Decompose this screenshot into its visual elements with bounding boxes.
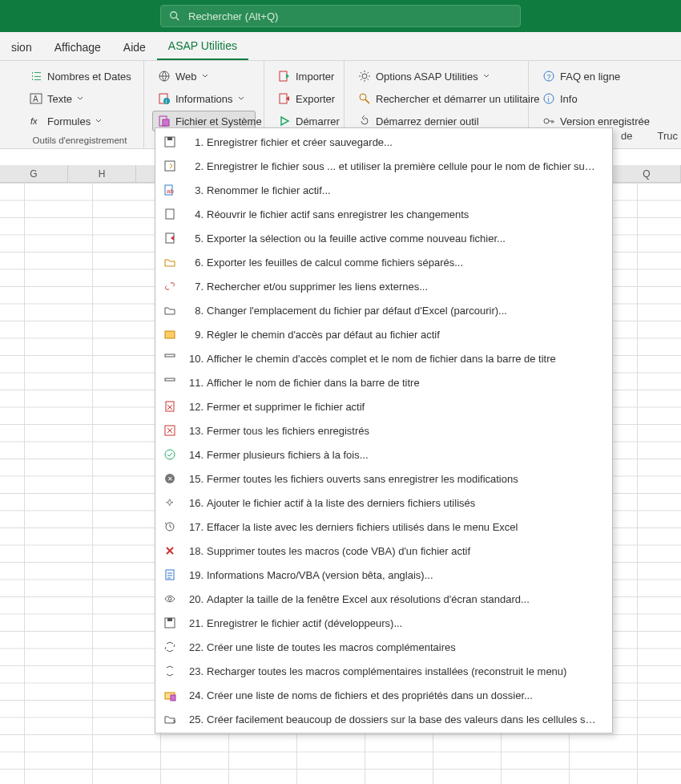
export-file-icon: [162, 230, 178, 246]
truncated-label: de: [621, 130, 632, 142]
svg-rect-31: [166, 402, 174, 411]
key-icon: [542, 115, 555, 127]
svg-rect-40: [167, 618, 172, 621]
search-input[interactable]: Rechercher (Alt+Q): [160, 5, 521, 27]
recycle-icon: [162, 639, 178, 655]
stop-icon: ✕: [162, 471, 178, 487]
ribbon-group-outils: Nombres et Dates A Texte fx Formules Out…: [0, 61, 144, 148]
chevron-down-icon: [77, 95, 83, 102]
redo-icon: [358, 115, 371, 127]
faq-button[interactable]: ? FAQ en ligne: [537, 66, 649, 87]
menu-item-list-addins[interactable]: 22. Créer une liste de toutes les macros…: [155, 635, 612, 659]
svg-point-33: [165, 450, 175, 459]
svg-point-0: [171, 12, 177, 18]
svg-point-38: [168, 597, 171, 600]
close-icon: [162, 422, 178, 438]
info-sheet-icon: i: [158, 92, 171, 105]
svg-point-20: [544, 119, 549, 123]
formules-button[interactable]: fx Formules: [24, 111, 135, 131]
tab-affichage[interactable]: Affichage: [43, 34, 112, 60]
menu-item-remove-macros[interactable]: 18. Supprimer toutes les macros (code VB…: [155, 539, 612, 563]
menu-item-macro-info[interactable]: 19. Informations Macro/VBA (version bêta…: [155, 563, 612, 587]
svg-text:fx: fx: [30, 116, 38, 126]
svg-rect-28: [165, 331, 175, 338]
chevron-down-icon: [238, 95, 244, 102]
delete-file-icon: [162, 398, 178, 414]
tab-revision[interactable]: sion: [0, 34, 43, 60]
svg-text:ab: ab: [167, 188, 174, 195]
nombres-dates-button[interactable]: Nombres et Dates: [24, 66, 135, 87]
menu-item-add-recent[interactable]: 16. Ajouter le fichier actif à la liste …: [155, 491, 612, 515]
svg-text:✕: ✕: [167, 475, 173, 483]
svg-text:A: A: [33, 95, 38, 103]
folder-open-icon: [162, 302, 178, 318]
menu-item-create-folders[interactable]: 25. Créer facilement beaucoup de dossier…: [155, 707, 612, 731]
svg-rect-12: [280, 94, 287, 103]
save-dev-icon: [162, 615, 178, 631]
menu-item-export-selection[interactable]: 5. Exporter la sélection ou la feuille a…: [155, 226, 612, 250]
menu-item-close-delete[interactable]: 12. Fermer et supprimer le fichier actif: [155, 394, 612, 418]
col-header[interactable]: H: [68, 165, 136, 183]
fichier-systeme-menu: 1. Enregistrer fichier et créer sauvegar…: [155, 127, 613, 733]
col-header[interactable]: G: [0, 165, 68, 183]
fx-icon: fx: [30, 115, 42, 127]
check-circle-icon: [162, 447, 178, 463]
menu-item-change-default-location[interactable]: 8. Changer l'emplacement du fichier par …: [155, 298, 612, 322]
menu-item-reopen[interactable]: 4. Réouvrir le fichier actif sans enregi…: [155, 202, 612, 226]
menu-item-clear-recent[interactable]: 17. Effacer la liste avec les derniers f…: [155, 515, 612, 539]
exporter-button[interactable]: Exporter: [272, 88, 336, 109]
svg-text:?: ?: [547, 73, 551, 81]
pin-icon: [162, 495, 178, 511]
text-box-icon: A: [30, 92, 42, 105]
ribbon-tabs: sion Affichage Aide ASAP Utilities: [0, 32, 681, 61]
list-numbered-icon: [30, 70, 42, 83]
web-button[interactable]: Web: [152, 66, 256, 87]
broken-link-icon: [162, 278, 178, 294]
menu-item-show-filename[interactable]: 11. Afficher le nom de fichier dans la b…: [155, 370, 612, 394]
folders-icon: [162, 711, 178, 727]
menu-item-close-all-unsaved[interactable]: ✕ 15. Fermer toutes les fichiers ouverts…: [155, 467, 612, 491]
title-bar: Rechercher (Alt+Q): [0, 0, 681, 32]
help-icon: ?: [542, 70, 555, 83]
history-clear-icon: [162, 519, 178, 535]
group-label: Outils d'enregistrement: [24, 134, 135, 145]
file-icon: [162, 206, 178, 222]
texte-button[interactable]: A Texte: [24, 88, 135, 109]
menu-item-show-full-path[interactable]: 10. Afficher le chemin d'accès complet e…: [155, 346, 612, 370]
options-button[interactable]: Options ASAP Utilities: [353, 66, 520, 87]
menu-item-close-all-saved[interactable]: 13. Fermer tous les fichiers enregistrés: [155, 418, 612, 443]
menu-item-rename[interactable]: ab 3. Renommer le fichier actif...: [155, 178, 612, 202]
titlebar-icon: [162, 374, 178, 390]
menu-item-list-files[interactable]: 24. Créer une liste de noms de fichiers …: [155, 683, 612, 707]
chevron-down-icon: [202, 73, 208, 79]
svg-rect-10: [163, 119, 169, 126]
truncated-label: Truc: [654, 130, 681, 142]
menu-item-save-dev[interactable]: 21. Enregistrer le fichier actif (dévelo…: [155, 611, 612, 635]
titlebar-icon: [162, 350, 178, 366]
menu-item-reload-addins[interactable]: 23. Recharger toutes les macros compléme…: [155, 659, 612, 683]
chevron-down-icon: [95, 118, 102, 124]
menu-item-close-multiple[interactable]: 14. Fermer plusieurs fichiers à la fois.…: [155, 443, 612, 467]
svg-rect-26: [166, 209, 174, 219]
search-icon: [358, 92, 371, 105]
menu-item-search-links[interactable]: 7. Rechercher et/ou supprimer les liens …: [155, 274, 612, 298]
menu-item-save-as[interactable]: 2. Enregistrer le fichier sous ... et ut…: [155, 154, 612, 178]
menu-item-save-backup[interactable]: 1. Enregistrer fichier et créer sauvegar…: [155, 130, 612, 154]
svg-rect-11: [280, 71, 287, 81]
save-icon: [162, 134, 178, 150]
importer-button[interactable]: Importer: [272, 66, 336, 87]
menu-item-set-default-path[interactable]: 9. Régler le chemin d'accès par défaut a…: [155, 322, 612, 346]
save-as-icon: [162, 158, 178, 174]
folder-list-icon: [162, 687, 178, 703]
rechercher-demarrer-button[interactable]: Rechercher et démarrer un utilitaire: [353, 88, 520, 109]
info-icon: i: [542, 92, 555, 105]
tab-asap-utilities[interactable]: ASAP Utilities: [157, 33, 248, 60]
folder-path-icon: [162, 326, 178, 342]
info-button[interactable]: i Info: [537, 88, 649, 109]
menu-item-resize-window[interactable]: 20. Adapter la taille de la fenêtre Exce…: [155, 587, 612, 611]
menu-item-export-sheets[interactable]: 6. Exporter les feuilles de calcul comme…: [155, 250, 612, 274]
import-icon: [278, 70, 291, 83]
informations-button[interactable]: i Informations: [152, 88, 256, 109]
tab-aide[interactable]: Aide: [112, 34, 157, 60]
col-header[interactable]: Q: [613, 165, 681, 183]
